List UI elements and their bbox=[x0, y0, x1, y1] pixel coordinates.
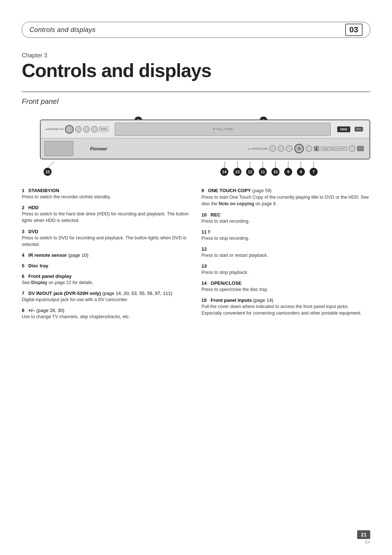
section-divider bbox=[22, 91, 370, 92]
rw-label: RW bbox=[355, 127, 363, 131]
item-14: 14 OPEN/CLOSE Press to open/close the di… bbox=[201, 280, 370, 293]
callout-7: 7 bbox=[310, 168, 318, 176]
item-1-title: 1 STANDBY/ON bbox=[22, 187, 191, 194]
item-10-title: 10 REC bbox=[201, 211, 370, 218]
svg-line-6 bbox=[48, 161, 54, 168]
header-bar: Controls and displays 03 bbox=[22, 22, 370, 38]
item-9-body: Press to start One Touch Copy of the cur… bbox=[201, 194, 370, 207]
item-1-body: Press to switch the recorder on/into sta… bbox=[22, 194, 191, 200]
item-9: 9 ONE TOUCH COPY (page 59) Press to star… bbox=[201, 187, 370, 207]
hdd-button[interactable] bbox=[75, 126, 82, 133]
item-3: 3 DVD Press to switch to DVD for recordi… bbox=[22, 228, 191, 248]
item-11: 11 F Press to stop recording. bbox=[201, 228, 370, 242]
item-12-body: Press to start or restart playback. bbox=[201, 252, 370, 259]
dvd-button[interactable] bbox=[83, 126, 90, 133]
device-body: ●STANDBY/ON DVD ▼ PULL OPEN HDD RW Pione… bbox=[40, 119, 370, 159]
callout-10: 10 bbox=[271, 168, 279, 176]
desc-col-left: 1 STANDBY/ON Press to switch the recorde… bbox=[22, 187, 201, 324]
open-close-btn[interactable] bbox=[269, 145, 276, 152]
callout-8: 8 bbox=[297, 168, 305, 176]
chapter-main-title: Controls and displays bbox=[22, 60, 370, 81]
one-touch-copy-label: ONE TOUCH COPY bbox=[321, 147, 347, 151]
chapter-label: Chapter 3 bbox=[22, 52, 370, 59]
item-5: 5 Disc tray bbox=[22, 262, 191, 269]
item-10-body: Press to start recording. bbox=[201, 218, 370, 224]
dv-logo: DVD bbox=[99, 127, 108, 131]
front-panel-inputs-cover bbox=[44, 141, 73, 156]
item-14-body: Press to open/close the disc tray. bbox=[201, 286, 370, 293]
item-14-title: 14 OPEN/CLOSE bbox=[201, 280, 370, 286]
ctrl-btn-1[interactable] bbox=[278, 145, 284, 152]
descriptions: 1 STANDBY/ON Press to switch the recorde… bbox=[22, 187, 370, 324]
item-6-title: 6 Front panel display bbox=[22, 273, 191, 279]
callout-14: 14 bbox=[220, 168, 228, 176]
standby-button[interactable] bbox=[65, 125, 74, 134]
device-bottom-strip: Pioneer ▲ OPEN/CLOSE ▌ ONE TOUCH COPY bbox=[41, 138, 369, 159]
sensor bbox=[91, 126, 98, 133]
desc-col-right: 9 ONE TOUCH COPY (page 59) Press to star… bbox=[201, 187, 370, 324]
item-7-title: 7 DV IN/OUT jack (DVR-520H only) (page 1… bbox=[22, 290, 191, 296]
item-4-title: 4 IR remote sensor (page 10) bbox=[22, 252, 191, 258]
hdd-display: HDD bbox=[337, 126, 350, 132]
item-15-body: Pull the cover down where indicated to a… bbox=[201, 303, 370, 316]
callout-11: 11 bbox=[259, 168, 267, 176]
item-13-body: Press to stop playback. bbox=[201, 269, 370, 276]
item-1: 1 STANDBY/ON Press to switch the recorde… bbox=[22, 187, 191, 200]
callout-12: 12 bbox=[246, 168, 254, 176]
ctrl-btn-3[interactable] bbox=[306, 145, 312, 152]
item-5-title: 5 Disc tray bbox=[22, 262, 191, 269]
item-7-body: Digital input/output jack for use with a… bbox=[22, 296, 191, 303]
item-2-body: Press to switch to the hard disk drive (… bbox=[22, 211, 191, 224]
header-title: Controls and displays bbox=[29, 26, 96, 34]
callout-15: 15 bbox=[44, 168, 52, 176]
front-panel-heading: Front panel bbox=[22, 97, 370, 106]
header-chapter-num: 03 bbox=[345, 24, 363, 36]
ctrl-btn-2[interactable] bbox=[286, 145, 293, 152]
item-8-title: 8 +/– (page 28, 30) bbox=[22, 307, 191, 313]
item-15: 15 Front panel inputs (page 14) Pull the… bbox=[201, 297, 370, 316]
page-lang: En bbox=[366, 540, 370, 544]
item-10: 10 REC Press to start recording. bbox=[201, 211, 370, 224]
item-2: 2 HDD Press to switch to the hard disk d… bbox=[22, 204, 191, 224]
item-6-body: See Display on page 22 for details. bbox=[22, 279, 191, 286]
ctrl-btn-4[interactable]: ▌ bbox=[314, 146, 319, 151]
item-15-title: 15 Front panel inputs (page 14) bbox=[201, 297, 370, 303]
item-7: 7 DV IN/OUT jack (DVR-520H only) (page 1… bbox=[22, 290, 191, 303]
plus-minus-btn[interactable] bbox=[349, 145, 355, 152]
chapter-section: Chapter 3 Controls and displays bbox=[22, 52, 370, 81]
item-9-title: 9 ONE TOUCH COPY (page 59) bbox=[201, 187, 370, 194]
device-top-strip: ●STANDBY/ON DVD ▼ PULL OPEN HDD RW bbox=[41, 120, 369, 138]
page-number: 21 bbox=[357, 530, 370, 539]
callout-13: 13 bbox=[233, 168, 241, 176]
item-12-title: 12 bbox=[201, 246, 370, 252]
item-11-title: 11 F bbox=[201, 228, 370, 235]
right-controls: ▲ OPEN/CLOSE ▌ ONE TOUCH COPY bbox=[248, 144, 364, 153]
item-4: 4 IR remote sensor (page 10) bbox=[22, 252, 191, 258]
device-diagram: 1 2 3 4 5 6 15 14 13 12 11 10 9 8 7 ●STA… bbox=[22, 109, 370, 181]
svg-line-7 bbox=[224, 161, 225, 168]
pioneer-logo: Pioneer bbox=[90, 146, 107, 151]
dv-jack bbox=[357, 146, 364, 151]
item-8: 8 +/– (page 28, 30) Use to change TV cha… bbox=[22, 307, 191, 320]
item-8-body: Use to change TV channels, skip chapters… bbox=[22, 313, 191, 320]
item-13: 13 Press to stop playback. bbox=[201, 263, 370, 276]
callout-9: 9 bbox=[284, 168, 292, 176]
item-6: 6 Front panel display See Display on pag… bbox=[22, 273, 191, 286]
item-3-body: Press to switch to DVD for recording and… bbox=[22, 235, 191, 248]
item-11-body: Press to stop recording. bbox=[201, 235, 370, 242]
item-3-title: 3 DVD bbox=[22, 228, 191, 235]
item-13-title: 13 bbox=[201, 263, 370, 269]
page-footer: 21 En bbox=[357, 530, 370, 544]
disc-tray: ▼ PULL OPEN bbox=[115, 123, 331, 136]
item-12: 12 Press to start or restart playback. bbox=[201, 246, 370, 259]
item-2-title: 2 HDD bbox=[22, 204, 191, 211]
rec-btn[interactable] bbox=[294, 144, 304, 153]
